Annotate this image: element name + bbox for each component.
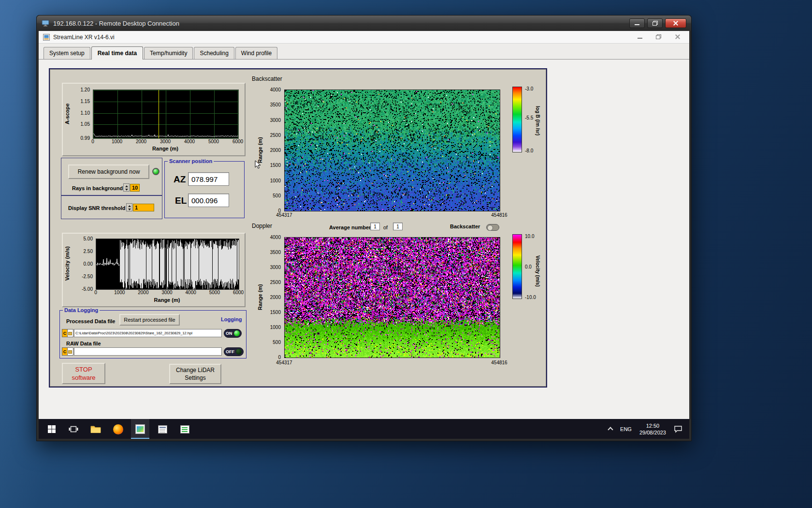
tick-label: 500 xyxy=(273,340,281,345)
tab-strip: System setup Real time data Temp/humidit… xyxy=(39,44,689,60)
tick-label: -5.00 xyxy=(82,286,93,292)
on-label: ON xyxy=(226,331,232,336)
tick-label: -3.0 xyxy=(525,86,533,91)
app-restore-button[interactable] xyxy=(656,34,661,39)
tick-label: 2000 xyxy=(136,139,146,144)
task-view-button[interactable] xyxy=(67,423,80,435)
average-number-label: Average number xyxy=(329,224,371,230)
tick-label: 0.0 xyxy=(525,264,532,269)
backscatter-toggle-switch[interactable] xyxy=(486,224,499,231)
renew-background-button[interactable]: Renew background now xyxy=(68,164,149,179)
tick-label: 10.0 xyxy=(525,234,534,239)
doppler-colorbar xyxy=(512,234,522,299)
processed-path-field[interactable]: C:\Lidar\Data\Proc\2023\202308\20230829\… xyxy=(74,329,222,337)
az-label: AZ xyxy=(174,174,186,185)
tab-system-setup[interactable]: System setup xyxy=(44,47,90,59)
raw-drive-selector[interactable]: C xyxy=(62,347,73,356)
el-value-field[interactable]: 000.096 xyxy=(188,194,229,207)
logging-on-toggle[interactable]: ON xyxy=(224,329,242,338)
velocity-plot-area[interactable] xyxy=(96,239,239,290)
rdp-restore-button[interactable] xyxy=(647,18,663,28)
doppler-y-ticks: 40003500300025002000150010005000 xyxy=(264,237,282,357)
backscatter-y-axis-label: Range (m) xyxy=(257,90,263,210)
notification-center-icon[interactable] xyxy=(674,425,682,433)
renew-background-led xyxy=(152,168,160,175)
rdp-minimize-button[interactable] xyxy=(629,18,645,28)
folder-small-icon xyxy=(68,347,73,356)
snr-spinner[interactable] xyxy=(126,203,132,211)
raw-path-field[interactable] xyxy=(74,347,222,356)
tick-label: 3000 xyxy=(270,265,281,270)
firefox-icon xyxy=(113,424,123,434)
backscatter-plot-area[interactable] xyxy=(284,90,500,211)
tick-label: 3000 xyxy=(160,139,171,144)
tick-label: 1.20 xyxy=(81,87,90,92)
tick-label: -8.0 xyxy=(525,148,533,153)
snr-value-field[interactable]: 1 xyxy=(133,204,154,211)
backscatter-y-ticks: 40003500300025002000150010005000 xyxy=(264,90,282,210)
tick-label: 1500 xyxy=(270,310,281,315)
tab-real-time-data[interactable]: Real time data xyxy=(91,46,143,60)
stop-line1: STOP xyxy=(75,365,92,374)
average-number-field[interactable]: 1 xyxy=(370,223,380,230)
tick-label: 1000 xyxy=(270,178,281,183)
backscatter-title: Backscatter xyxy=(252,75,282,82)
tick-label: 4000 xyxy=(184,139,195,144)
streamline-taskbar-button[interactable] xyxy=(134,423,146,435)
app-minimize-button[interactable] xyxy=(638,38,642,39)
doppler-plot-area[interactable] xyxy=(284,237,500,358)
taskbar-clock[interactable]: 12:50 29/08/2023 xyxy=(639,422,666,436)
scan-scheduler-button[interactable] xyxy=(156,423,169,435)
tick-label: 1.10 xyxy=(81,110,90,116)
drive-letter: C xyxy=(62,347,68,356)
change-lidar-settings-button[interactable]: Change LiDAR Settings xyxy=(169,364,221,384)
firefox-button[interactable] xyxy=(112,423,124,435)
tab-wind-profile[interactable]: Wind profile xyxy=(235,47,277,59)
file-explorer-button[interactable] xyxy=(89,423,102,435)
restart-processed-file-button[interactable]: Restart processed file xyxy=(119,314,180,326)
a-scope-plot-area[interactable] xyxy=(93,90,239,139)
tray-expand-icon[interactable] xyxy=(608,427,613,432)
velocity-y-axis-label: Velocity (m/s) xyxy=(64,239,71,289)
data-viewer-button[interactable] xyxy=(178,423,191,435)
rdp-close-button[interactable] xyxy=(665,18,686,28)
logging-off-toggle[interactable]: OFF xyxy=(224,347,244,356)
language-indicator[interactable]: ENG xyxy=(620,426,632,432)
logging-on-led xyxy=(234,330,240,336)
rays-value-field[interactable]: 10 xyxy=(130,184,140,192)
doppler-y-axis-label: Range (m) xyxy=(257,237,263,357)
backscatter-colorbar-label: log B (/m /sr) xyxy=(534,89,541,153)
app-titlebar[interactable]: StreamLine XR v14-6.vi xyxy=(39,31,689,44)
remote-desktop-icon xyxy=(42,20,49,27)
backscatter-toggle-label: Backscatter xyxy=(450,224,480,229)
tick-label: 4000 xyxy=(270,235,281,240)
streamline-app-icon xyxy=(135,424,145,434)
app-close-button[interactable] xyxy=(675,34,681,40)
tick-label: 0.00 xyxy=(84,261,93,267)
task-view-icon xyxy=(69,425,78,433)
backscatter-x-start: 454317 xyxy=(270,212,299,218)
average-total-field[interactable]: 1 xyxy=(393,223,403,230)
processed-drive-selector[interactable]: C xyxy=(62,329,73,337)
a-scope-x-ticks: 0100020003000400050006000 xyxy=(93,139,238,145)
taskbar: ENG 12:50 29/08/2023 xyxy=(39,419,689,439)
start-button[interactable] xyxy=(45,423,58,435)
tick-label: 1500 xyxy=(270,163,281,168)
doppler-x-end: 454816 xyxy=(485,360,514,365)
tick-label: 0 xyxy=(91,139,94,144)
doppler-colorbar-label: Velocity (m/s) xyxy=(534,237,541,305)
rays-spinner[interactable] xyxy=(123,183,130,192)
data-viewer-icon xyxy=(180,425,189,433)
tab-temp-humidity[interactable]: Temp/humidity xyxy=(144,47,193,59)
tick-label: 2000 xyxy=(270,295,281,300)
tick-label: 6000 xyxy=(232,139,243,144)
stop-software-button[interactable]: STOP software xyxy=(62,363,105,384)
el-label: EL xyxy=(175,195,187,206)
rdp-titlebar[interactable]: 192.168.0.122 - Remote Desktop Connectio… xyxy=(37,15,691,31)
az-value-field[interactable]: 078.997 xyxy=(188,172,229,186)
tick-label: 2500 xyxy=(270,280,281,285)
data-logging-title: Data Logging xyxy=(63,307,100,313)
tab-scheduling[interactable]: Scheduling xyxy=(194,47,234,59)
change-line1: Change LiDAR xyxy=(176,366,215,374)
velocity-y-ticks: 5.002.500.00-2.50-5.00 xyxy=(71,239,94,289)
